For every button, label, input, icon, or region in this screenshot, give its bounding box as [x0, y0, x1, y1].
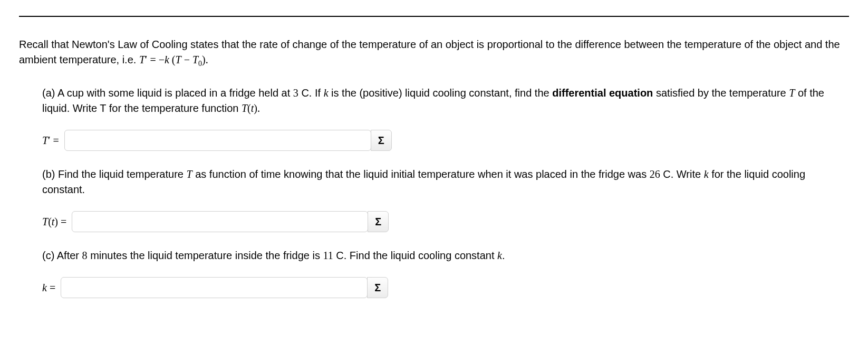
math-eq: =: [51, 135, 59, 146]
part-c-answer-row: k = Σ: [42, 277, 849, 298]
math-eq: =: [58, 216, 66, 227]
paren: ).: [254, 102, 260, 114]
math-k: k: [704, 168, 709, 180]
math-k: k: [165, 54, 169, 65]
part-a-input[interactable]: [64, 130, 371, 151]
math-sub0: 0: [198, 60, 202, 68]
part-c-input[interactable]: [61, 277, 368, 298]
text: satisfied by the temperature: [653, 87, 789, 99]
sigma-button-b[interactable]: Σ: [368, 211, 389, 232]
part-b-answer-row: T(t) = Σ: [42, 211, 849, 232]
text: minutes the liquid temperature inside th…: [88, 250, 323, 261]
text: C. Write: [660, 168, 704, 180]
later-temp: 11: [323, 250, 333, 261]
later-minutes: 8: [82, 250, 88, 261]
sigma-icon: Σ: [374, 282, 381, 294]
math-minus: −: [181, 54, 192, 65]
paren: (: [247, 102, 251, 114]
math-T: T: [42, 216, 48, 227]
math-eq-neg: = −: [147, 54, 165, 65]
part-a-label: T′ =: [42, 133, 59, 148]
math-k: k: [42, 282, 47, 293]
text: as function of time knowing that the liq…: [192, 168, 650, 180]
sigma-button-c[interactable]: Σ: [367, 277, 388, 298]
math-k: k: [497, 250, 502, 261]
math-T0: T: [192, 54, 198, 65]
initial-temp: 26: [650, 168, 660, 180]
part-a-answer-row: T′ = Σ: [42, 130, 849, 151]
math-open: (: [169, 54, 176, 65]
ambient-temp: 3: [293, 87, 298, 99]
math-eq: =: [47, 282, 55, 293]
math-T: T: [789, 87, 795, 99]
paren: (: [48, 216, 52, 227]
text: (c) After: [42, 250, 82, 261]
math-k: k: [324, 87, 329, 99]
math-T: T: [42, 135, 48, 146]
math-close: ).: [202, 54, 208, 65]
text: .: [502, 250, 505, 261]
divider: [19, 16, 849, 17]
math-T2: T: [176, 54, 181, 65]
part-a-prompt: (a) A cup with some liquid is placed in …: [42, 85, 849, 116]
part-c-prompt: (c) After 8 minutes the liquid temperatu…: [42, 248, 849, 263]
sigma-button-a[interactable]: Σ: [371, 130, 392, 151]
intro-text: Recall that Newton's Law of Cooling stat…: [19, 37, 849, 68]
text: (b) Find the liquid temperature: [42, 168, 186, 180]
part-b-prompt: (b) Find the liquid temperature T as fun…: [42, 167, 849, 197]
bold-de: differential equation: [552, 87, 653, 99]
text: is the (positive) liquid cooling constan…: [329, 87, 553, 99]
sigma-icon: Σ: [378, 135, 384, 147]
part-b-label: T(t) =: [42, 214, 66, 230]
text: C. Find the liquid cooling constant: [333, 250, 497, 261]
part-a: (a) A cup with some liquid is placed in …: [19, 85, 849, 298]
part-b-input[interactable]: [72, 211, 368, 232]
math-T: T: [186, 168, 192, 180]
math-T: T: [139, 54, 145, 65]
part-c-label: k =: [42, 280, 55, 296]
sigma-icon: Σ: [375, 216, 381, 228]
text: C. If: [298, 87, 324, 99]
text: (a) A cup with some liquid is placed in …: [42, 87, 293, 99]
math-Tfun: T: [242, 102, 247, 114]
question-page: Recall that Newton's Law of Cooling stat…: [0, 16, 868, 334]
